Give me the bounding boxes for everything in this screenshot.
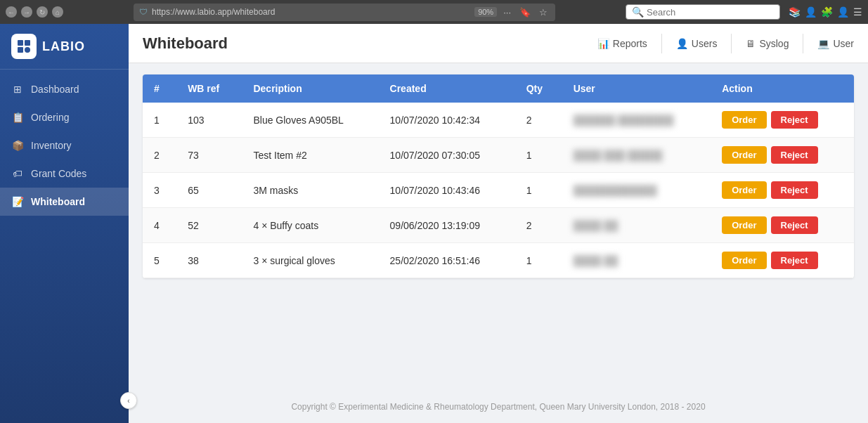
logo-icon bbox=[11, 34, 37, 59]
bookmark-icon[interactable]: 🔖 bbox=[517, 5, 533, 20]
svg-rect-2 bbox=[18, 47, 23, 53]
back-button[interactable]: ← bbox=[6, 6, 17, 18]
user-account-icon[interactable]: 👤 bbox=[837, 6, 849, 18]
cell-created: 10/07/2020 10:43:46 bbox=[379, 173, 515, 208]
sidebar-item-whiteboard[interactable]: 📝 Whiteboard bbox=[0, 188, 129, 216]
library-icon[interactable]: 📚 bbox=[789, 6, 801, 18]
action-cell: OrderReject bbox=[722, 181, 843, 199]
star-icon[interactable]: ☆ bbox=[537, 5, 550, 20]
sidebar-item-label-whiteboard: Whiteboard bbox=[31, 196, 85, 207]
svg-rect-1 bbox=[25, 40, 30, 46]
col-header-num: # bbox=[143, 74, 176, 103]
col-header-wb-ref: WB ref bbox=[176, 74, 242, 103]
syslog-label: Syslog bbox=[759, 38, 789, 49]
cell-qty: 1 bbox=[515, 173, 562, 208]
table-row: 1103Blue Gloves A905BL10/07/2020 10:42:3… bbox=[143, 103, 854, 138]
order-button[interactable]: Order bbox=[722, 111, 766, 129]
home-button[interactable]: ⌂ bbox=[52, 6, 63, 18]
syslog-link[interactable]: 🖥 Syslog bbox=[746, 38, 789, 49]
sidebar-item-label-dashboard: Dashboard bbox=[31, 84, 79, 95]
menu-icon[interactable]: ☰ bbox=[853, 6, 862, 18]
reports-icon: 📊 bbox=[597, 38, 609, 49]
whiteboard-icon: 📝 bbox=[11, 196, 24, 207]
cell-created: 09/06/2020 13:19:09 bbox=[379, 208, 515, 243]
sidebar-nav: ⊞ Dashboard 📋 Ordering 📦 Inventory 🏷 Gra… bbox=[0, 70, 129, 423]
logo-text: LABIO bbox=[42, 39, 85, 54]
order-button[interactable]: Order bbox=[722, 146, 766, 164]
table-row: 3653M masks10/07/2020 10:43:461█████████… bbox=[143, 173, 854, 208]
cell-qty: 1 bbox=[515, 243, 562, 278]
top-nav: Whiteboard 📊 Reports 👤 Users 🖥 Syslog bbox=[129, 24, 868, 63]
user-icon: 💻 bbox=[817, 38, 829, 49]
action-cell: OrderReject bbox=[722, 252, 843, 269]
reject-button[interactable]: Reject bbox=[771, 111, 818, 129]
forward-button[interactable]: → bbox=[21, 6, 32, 18]
cell-action: OrderReject bbox=[711, 173, 854, 208]
users-label: Users bbox=[692, 38, 718, 49]
sidebar-item-ordering[interactable]: 📋 Ordering bbox=[0, 103, 129, 131]
cell-action: OrderReject bbox=[711, 103, 854, 138]
cell-wb-ref: 38 bbox=[176, 243, 242, 278]
reject-button[interactable]: Reject bbox=[771, 252, 818, 269]
reject-button[interactable]: Reject bbox=[771, 146, 818, 164]
reject-button[interactable]: Reject bbox=[771, 216, 818, 234]
sidebar-collapse-button[interactable]: ‹ bbox=[120, 392, 137, 409]
sidebar: LABIO ⊞ Dashboard 📋 Ordering 📦 Inventory… bbox=[0, 24, 129, 423]
sidebar-logo: LABIO bbox=[0, 24, 129, 70]
main-content: Whiteboard 📊 Reports 👤 Users 🖥 Syslog bbox=[129, 24, 868, 423]
user-button[interactable]: 💻 User bbox=[817, 38, 854, 49]
profile-icon[interactable]: 👤 bbox=[805, 6, 817, 18]
browser-search-bar[interactable]: 🔍 bbox=[626, 4, 780, 20]
extensions-icon[interactable]: 🧩 bbox=[821, 6, 833, 18]
reports-link[interactable]: 📊 Reports bbox=[597, 38, 647, 49]
users-link[interactable]: 👤 Users bbox=[676, 38, 718, 49]
nav-divider-1 bbox=[661, 34, 662, 53]
nav-divider-2 bbox=[731, 34, 732, 53]
col-header-description: Decription bbox=[242, 74, 378, 103]
table-row: 4524 × Buffy coats09/06/2020 13:19:092██… bbox=[143, 208, 854, 243]
cell-description: 4 × Buffy coats bbox=[242, 208, 378, 243]
cell-description: 3 × surgical gloves bbox=[242, 243, 378, 278]
app-container: LABIO ⊞ Dashboard 📋 Ordering 📦 Inventory… bbox=[0, 24, 868, 423]
cell-created: 25/02/2020 16:51:46 bbox=[379, 243, 515, 278]
order-button[interactable]: Order bbox=[722, 216, 766, 234]
reload-button[interactable]: ↻ bbox=[37, 6, 48, 18]
browser-right-icons: 📚 👤 🧩 👤 ☰ bbox=[789, 6, 862, 18]
cell-wb-ref: 103 bbox=[176, 103, 242, 138]
reject-button[interactable]: Reject bbox=[771, 181, 818, 199]
page-title: Whiteboard bbox=[143, 34, 597, 53]
col-header-action: Action bbox=[711, 74, 854, 103]
browser-chrome: ← → ↻ ⌂ 🛡 https://www.labio.app/whiteboa… bbox=[0, 0, 868, 24]
table-header-row: # WB ref Decription Created Qty User Act… bbox=[143, 74, 854, 103]
cell-num: 1 bbox=[143, 103, 176, 138]
cell-num: 3 bbox=[143, 173, 176, 208]
more-options-icon[interactable]: ··· bbox=[501, 5, 513, 20]
table-area: # WB ref Decription Created Qty User Act… bbox=[129, 63, 868, 391]
sidebar-item-inventory[interactable]: 📦 Inventory bbox=[0, 131, 129, 160]
cell-action: OrderReject bbox=[711, 243, 854, 278]
action-cell: OrderReject bbox=[722, 216, 843, 234]
shield-icon: 🛡 bbox=[139, 7, 148, 17]
cell-user: ████ ██ bbox=[562, 208, 711, 243]
search-input[interactable] bbox=[647, 7, 774, 18]
cell-action: OrderReject bbox=[711, 138, 854, 173]
table-row: 273Test Item #210/07/2020 07:30:051████ … bbox=[143, 138, 854, 173]
inventory-icon: 📦 bbox=[11, 140, 24, 151]
reports-label: Reports bbox=[613, 38, 647, 49]
address-bar[interactable]: 🛡 https://www.labio.app/whiteboard 90% ·… bbox=[134, 4, 555, 21]
order-button[interactable]: Order bbox=[722, 181, 766, 199]
cell-user: ████ ███ █████ bbox=[562, 138, 711, 173]
order-button[interactable]: Order bbox=[722, 252, 766, 269]
users-icon: 👤 bbox=[676, 38, 688, 49]
action-cell: OrderReject bbox=[722, 111, 843, 129]
grant-codes-icon: 🏷 bbox=[11, 168, 24, 179]
top-nav-actions: 📊 Reports 👤 Users 🖥 Syslog 💻 User bbox=[597, 34, 854, 53]
cell-action: OrderReject bbox=[711, 208, 854, 243]
sidebar-item-grant-codes[interactable]: 🏷 Grant Codes bbox=[0, 160, 129, 188]
cell-description: Test Item #2 bbox=[242, 138, 378, 173]
dashboard-icon: ⊞ bbox=[11, 84, 24, 95]
sidebar-item-label-grant-codes: Grant Codes bbox=[31, 168, 86, 179]
cell-qty: 1 bbox=[515, 138, 562, 173]
sidebar-item-dashboard[interactable]: ⊞ Dashboard bbox=[0, 75, 129, 103]
col-header-created: Created bbox=[379, 74, 515, 103]
